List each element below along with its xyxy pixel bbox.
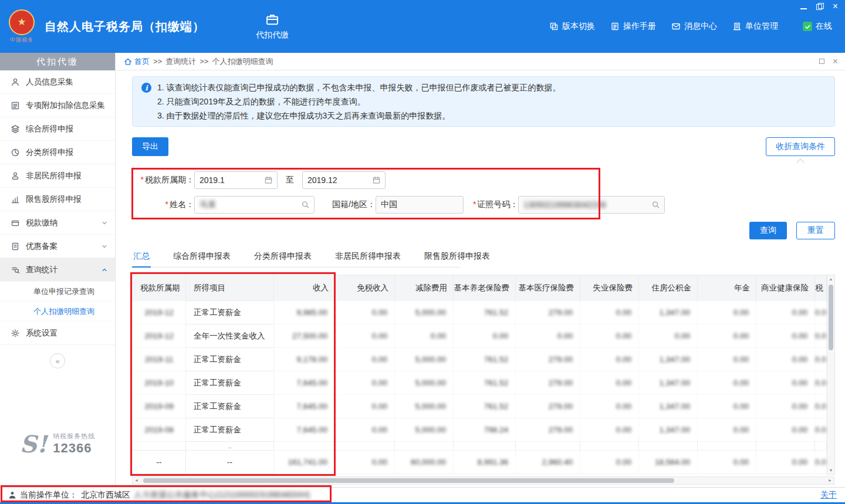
search-icon[interactable] (301, 201, 310, 209)
notice-panel: i 1. 该查询统计表仅能查询已申报成功的数据，不包含未申报、申报失败，已申报但… (132, 76, 835, 127)
tab-withholding-module[interactable]: 代扣代缴 (246, 0, 299, 53)
scroll-up-icon[interactable]: ▲ (829, 275, 833, 283)
sidebar-item-system-settings[interactable]: 系统设置 (0, 322, 115, 345)
table-row[interactable]: 2019-12正常工资薪金9,985.000.005,000.00761.522… (133, 301, 827, 324)
panel-maximize-icon[interactable] (819, 59, 824, 64)
cell-value: 0.00 (580, 324, 639, 348)
collapse-query-button[interactable]: 收折查询条件 (766, 137, 835, 156)
sidebar-item-label: 综合所得申报 (26, 124, 108, 134)
sidebar-item-label: 非居民所得申报 (26, 171, 108, 181)
cell-value: 0.00 (335, 324, 395, 348)
scroll-left-icon[interactable]: ◄ (134, 478, 138, 482)
column-header: 税款所属期 (133, 275, 186, 301)
period-from-field[interactable] (194, 171, 278, 189)
online-status[interactable]: 在线 (803, 21, 832, 32)
vertical-scrollbar[interactable]: ▲ ▼ (827, 275, 835, 475)
horizontal-scrollbar[interactable]: ◄ ► (132, 476, 834, 485)
column-header: 免税收入 (335, 275, 395, 301)
sidebar-item-query-statistics[interactable]: 查询统计 (0, 258, 115, 282)
cell-item: 正常工资薪金 (186, 418, 274, 442)
cell-value: 0.00 (335, 348, 395, 371)
home-icon (124, 57, 132, 66)
panel-close-icon[interactable]: × (833, 59, 838, 65)
person-icon (11, 77, 20, 87)
table-row[interactable]: 2019-08正常工资薪金7,645.000.005,000.00798.242… (133, 418, 827, 442)
id-number-field[interactable] (518, 196, 665, 214)
breadcrumb-home[interactable]: 首页 (124, 56, 150, 67)
tab-nonresident-income[interactable]: 非居民所得申报表 (334, 251, 402, 267)
version-switch-link[interactable]: 版本切换 (549, 21, 595, 32)
reset-button[interactable]: 重置 (796, 222, 835, 239)
calendar-icon[interactable] (372, 176, 381, 185)
unit-management-link[interactable]: 单位管理 (732, 21, 778, 32)
app-title: 自然人电子税务局（扣缴端） (45, 19, 205, 35)
query-button[interactable]: 查询 (749, 222, 787, 239)
column-header: 税 (815, 275, 827, 301)
tab-comprehensive-income[interactable]: 综合所得申报表 (172, 251, 232, 267)
horizontal-scroll-thumb[interactable] (143, 478, 674, 483)
form-buttons: 查询 重置 (132, 222, 835, 239)
sidebar-item-preference-filing[interactable]: 优惠备案 (0, 235, 115, 258)
cell-value: 0.00 (698, 395, 756, 418)
cell-value: 0.00 (454, 324, 516, 348)
sidebar-item-tax-payment[interactable]: 税款缴纳 (0, 211, 115, 235)
close-icon[interactable]: × (833, 3, 838, 10)
breadcrumb-item[interactable]: 查询统计 (165, 56, 196, 67)
cell-period (133, 442, 186, 451)
sidebar-subitem-unit-declaration-query[interactable]: 单位申报记录查询 (0, 282, 115, 302)
cell-value (516, 442, 580, 451)
cell-item: .. (186, 442, 274, 451)
name-input[interactable] (195, 200, 314, 209)
sidebar-item-label: 人员信息采集 (26, 77, 108, 87)
scroll-right-icon[interactable]: ► (828, 478, 832, 482)
tab-summary[interactable]: 汇总 (132, 251, 151, 267)
table-row[interactable]: 2019-09正常工资薪金7,645.000.005,000.00761.522… (133, 395, 827, 418)
required-asterisk: * (165, 199, 168, 209)
table-row[interactable]: 2019-11正常工资薪金9,178.000.005,000.00761.522… (133, 348, 827, 371)
name-field[interactable] (194, 196, 315, 214)
scroll-down-icon[interactable]: ▼ (829, 466, 833, 474)
cell-value: 9,178.00 (274, 348, 335, 371)
nationality-field[interactable] (376, 196, 464, 214)
logo-caption: 中国税务 (6, 36, 38, 44)
current-unit-label: 当前操作单位： (20, 490, 77, 500)
message-center-link[interactable]: 消息中心 (671, 21, 717, 32)
query-form: *税款所属期： 至 *姓名： (132, 171, 835, 239)
cell-item: 正常工资薪金 (186, 395, 274, 418)
cell-value: 5,000.00 (395, 395, 454, 418)
cell-period: 2019-10 (133, 371, 186, 395)
sidebar-item-classified-income[interactable]: 分类所得申报 (0, 141, 115, 164)
sidebar-item-comprehensive-income[interactable]: 综合所得申报 (0, 117, 115, 141)
table-row[interactable]: ----161,741.000.0060,000.008,991.362,960… (133, 451, 827, 474)
cell-value: 5,000.00 (395, 348, 454, 371)
app-logo: 中国税务 (6, 9, 38, 44)
sidebar-item-special-deduction[interactable]: 专项附加扣除信息采集 (0, 94, 115, 117)
restore-icon[interactable] (816, 3, 823, 10)
table-body: 2019-12正常工资薪金9,985.000.005,000.00761.522… (133, 301, 827, 474)
cell-item: 正常工资薪金 (186, 348, 274, 371)
period-to-field[interactable] (302, 171, 386, 189)
minimize-icon[interactable] (800, 4, 807, 9)
table-row[interactable]: 2019-12全年一次性奖金收入27,500.000.000.000.000.0… (133, 324, 827, 348)
breadcrumb-home-label: 首页 (134, 56, 150, 67)
table-row[interactable]: 2019-10正常工资薪金7,645.000.005,000.00761.522… (133, 371, 827, 395)
vertical-scroll-thumb[interactable] (829, 285, 833, 350)
app-window: × 中国税务 自然人电子税务局（扣缴端） 代扣代缴 版本切换 (0, 0, 845, 504)
page-content: i 1. 该查询统计表仅能查询已申报成功的数据，不包含未申报、申报失败，已申报但… (116, 70, 845, 487)
export-button[interactable]: 导出 (132, 137, 168, 156)
sidebar-collapse-button[interactable]: « (50, 353, 65, 368)
id-number-input[interactable] (519, 200, 664, 209)
sidebar-item-personnel-info[interactable]: 人员信息采集 (0, 70, 115, 94)
sidebar-subitem-personal-withholding-query[interactable]: 个人扣缴明细查询 (0, 302, 115, 322)
breadcrumb-separator: >> (200, 57, 208, 66)
service-hotline: S! 纳税服务热线 12366 (0, 430, 115, 458)
tab-classified-income[interactable]: 分类所得申报表 (253, 251, 313, 267)
manual-link[interactable]: 操作手册 (610, 21, 656, 32)
nationality-input[interactable] (376, 200, 463, 209)
sidebar-item-nonresident-income[interactable]: 非居民所得申报 (0, 164, 115, 188)
sidebar-item-restricted-shares[interactable]: 限售股所得申报 (0, 188, 115, 211)
tab-restricted-shares[interactable]: 限售股所得申报表 (423, 251, 491, 267)
about-link[interactable]: 关于 (820, 490, 837, 500)
search-icon[interactable] (651, 201, 660, 209)
calendar-icon[interactable] (264, 176, 273, 185)
